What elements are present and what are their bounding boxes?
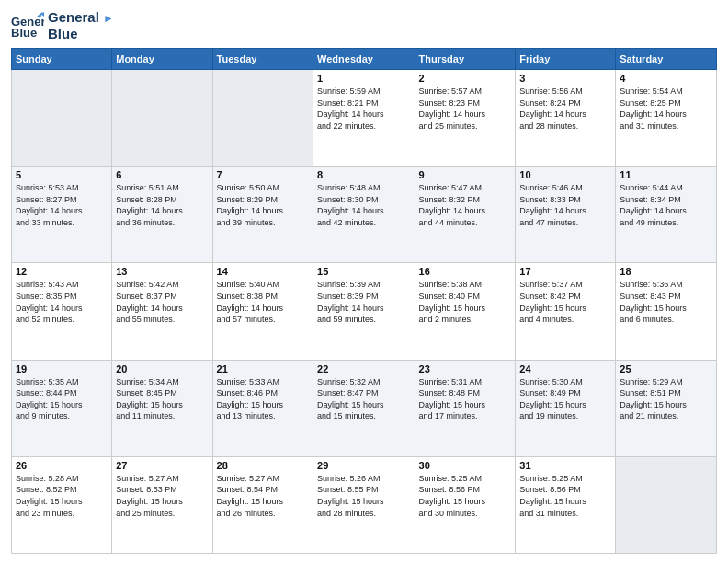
day-info: Sunrise: 5:36 AMSunset: 8:43 PMDaylight:…: [620, 279, 712, 325]
day-number: 5: [16, 169, 108, 180]
day-cell-3-5: 24Sunrise: 5:30 AMSunset: 8:49 PMDayligh…: [516, 360, 616, 456]
day-cell-1-4: 9Sunrise: 5:47 AMSunset: 8:32 PMDaylight…: [415, 167, 516, 263]
day-number: 19: [16, 363, 108, 374]
day-number: 21: [217, 363, 309, 374]
day-number: 11: [620, 169, 712, 180]
day-cell-3-2: 21Sunrise: 5:33 AMSunset: 8:46 PMDayligh…: [212, 360, 313, 456]
day-header-wednesday: Wednesday: [313, 49, 415, 70]
day-cell-1-3: 8Sunrise: 5:48 AMSunset: 8:30 PMDaylight…: [313, 167, 415, 263]
day-info: Sunrise: 5:56 AMSunset: 8:24 PMDaylight:…: [519, 86, 611, 132]
week-row-2: 5Sunrise: 5:53 AMSunset: 8:27 PMDaylight…: [12, 167, 717, 263]
day-number: 26: [16, 460, 108, 471]
day-cell-4-3: 29Sunrise: 5:26 AMSunset: 8:55 PMDayligh…: [313, 456, 415, 553]
day-number: 28: [217, 460, 309, 471]
calendar-header-row: SundayMondayTuesdayWednesdayThursdayFrid…: [12, 49, 717, 70]
day-info: Sunrise: 5:38 AMSunset: 8:40 PMDaylight:…: [419, 279, 512, 325]
logo-general: General ►: [48, 9, 114, 26]
day-cell-4-1: 27Sunrise: 5:27 AMSunset: 8:53 PMDayligh…: [112, 456, 212, 553]
day-info: Sunrise: 5:25 AMSunset: 8:56 PMDaylight:…: [519, 473, 611, 519]
day-info: Sunrise: 5:37 AMSunset: 8:42 PMDaylight:…: [519, 279, 611, 325]
day-header-sunday: Sunday: [12, 49, 112, 70]
day-info: Sunrise: 5:30 AMSunset: 8:49 PMDaylight:…: [519, 376, 611, 422]
day-info: Sunrise: 5:59 AMSunset: 8:21 PMDaylight:…: [317, 86, 410, 132]
day-cell-3-0: 19Sunrise: 5:35 AMSunset: 8:44 PMDayligh…: [12, 360, 112, 456]
day-cell-1-1: 6Sunrise: 5:51 AMSunset: 8:28 PMDaylight…: [112, 167, 212, 263]
day-info: Sunrise: 5:39 AMSunset: 8:39 PMDaylight:…: [317, 279, 410, 325]
day-number: 8: [317, 169, 410, 180]
day-info: Sunrise: 5:44 AMSunset: 8:34 PMDaylight:…: [620, 182, 712, 228]
day-number: 9: [419, 169, 512, 180]
header: General Blue General ► Blue: [11, 9, 717, 42]
day-cell-2-5: 17Sunrise: 5:37 AMSunset: 8:42 PMDayligh…: [516, 263, 616, 360]
day-number: 27: [116, 460, 208, 471]
day-info: Sunrise: 5:53 AMSunset: 8:27 PMDaylight:…: [16, 182, 108, 228]
day-info: Sunrise: 5:34 AMSunset: 8:45 PMDaylight:…: [116, 376, 208, 422]
day-cell-0-3: 1Sunrise: 5:59 AMSunset: 8:21 PMDaylight…: [313, 70, 415, 167]
day-cell-1-6: 11Sunrise: 5:44 AMSunset: 8:34 PMDayligh…: [616, 167, 717, 263]
logo: General Blue General ► Blue: [11, 9, 114, 42]
calendar-table: SundayMondayTuesdayWednesdayThursdayFrid…: [11, 48, 717, 554]
day-cell-3-1: 20Sunrise: 5:34 AMSunset: 8:45 PMDayligh…: [112, 360, 212, 456]
day-cell-0-0: [12, 70, 112, 167]
day-cell-0-5: 3Sunrise: 5:56 AMSunset: 8:24 PMDaylight…: [516, 70, 616, 167]
day-info: Sunrise: 5:54 AMSunset: 8:25 PMDaylight:…: [620, 86, 712, 132]
day-number: 16: [419, 266, 512, 277]
day-info: Sunrise: 5:43 AMSunset: 8:35 PMDaylight:…: [16, 279, 108, 325]
day-cell-0-1: [112, 70, 212, 167]
day-number: 14: [217, 266, 309, 277]
day-number: 15: [317, 266, 410, 277]
day-number: 4: [620, 73, 712, 84]
day-info: Sunrise: 5:26 AMSunset: 8:55 PMDaylight:…: [317, 473, 410, 519]
day-number: 10: [519, 169, 611, 180]
day-cell-3-3: 22Sunrise: 5:32 AMSunset: 8:47 PMDayligh…: [313, 360, 415, 456]
day-info: Sunrise: 5:27 AMSunset: 8:54 PMDaylight:…: [217, 473, 309, 519]
day-header-tuesday: Tuesday: [212, 49, 313, 70]
day-number: 6: [116, 169, 208, 180]
day-number: 12: [16, 266, 108, 277]
day-number: 17: [519, 266, 611, 277]
day-number: 18: [620, 266, 712, 277]
day-cell-4-4: 30Sunrise: 5:25 AMSunset: 8:56 PMDayligh…: [415, 456, 516, 553]
day-cell-4-2: 28Sunrise: 5:27 AMSunset: 8:54 PMDayligh…: [212, 456, 313, 553]
day-cell-1-0: 5Sunrise: 5:53 AMSunset: 8:27 PMDaylight…: [12, 167, 112, 263]
week-row-4: 19Sunrise: 5:35 AMSunset: 8:44 PMDayligh…: [12, 360, 717, 456]
day-info: Sunrise: 5:47 AMSunset: 8:32 PMDaylight:…: [419, 182, 512, 228]
day-number: 2: [419, 73, 512, 84]
day-cell-2-1: 13Sunrise: 5:42 AMSunset: 8:37 PMDayligh…: [112, 263, 212, 360]
day-header-thursday: Thursday: [415, 49, 516, 70]
day-cell-0-6: 4Sunrise: 5:54 AMSunset: 8:25 PMDaylight…: [616, 70, 717, 167]
day-number: 31: [519, 460, 611, 471]
day-info: Sunrise: 5:35 AMSunset: 8:44 PMDaylight:…: [16, 376, 108, 422]
svg-text:Blue: Blue: [11, 26, 37, 40]
day-info: Sunrise: 5:57 AMSunset: 8:23 PMDaylight:…: [419, 86, 512, 132]
page: General Blue General ► Blue SundayMonday…: [0, 0, 728, 563]
day-cell-3-4: 23Sunrise: 5:31 AMSunset: 8:48 PMDayligh…: [415, 360, 516, 456]
day-number: 3: [519, 73, 611, 84]
week-row-3: 12Sunrise: 5:43 AMSunset: 8:35 PMDayligh…: [12, 263, 717, 360]
day-info: Sunrise: 5:31 AMSunset: 8:48 PMDaylight:…: [419, 376, 512, 422]
day-number: 7: [217, 169, 309, 180]
day-number: 13: [116, 266, 208, 277]
day-info: Sunrise: 5:28 AMSunset: 8:52 PMDaylight:…: [16, 473, 108, 519]
day-number: 24: [519, 363, 611, 374]
day-info: Sunrise: 5:27 AMSunset: 8:53 PMDaylight:…: [116, 473, 208, 519]
day-cell-1-2: 7Sunrise: 5:50 AMSunset: 8:29 PMDaylight…: [212, 167, 313, 263]
day-cell-4-6: [616, 456, 717, 553]
day-cell-2-6: 18Sunrise: 5:36 AMSunset: 8:43 PMDayligh…: [616, 263, 717, 360]
day-cell-2-2: 14Sunrise: 5:40 AMSunset: 8:38 PMDayligh…: [212, 263, 313, 360]
day-header-saturday: Saturday: [616, 49, 717, 70]
day-cell-0-4: 2Sunrise: 5:57 AMSunset: 8:23 PMDaylight…: [415, 70, 516, 167]
logo-icon: General Blue: [11, 9, 44, 42]
day-info: Sunrise: 5:48 AMSunset: 8:30 PMDaylight:…: [317, 182, 410, 228]
week-row-1: 1Sunrise: 5:59 AMSunset: 8:21 PMDaylight…: [12, 70, 717, 167]
day-info: Sunrise: 5:32 AMSunset: 8:47 PMDaylight:…: [317, 376, 410, 422]
day-info: Sunrise: 5:33 AMSunset: 8:46 PMDaylight:…: [217, 376, 309, 422]
day-info: Sunrise: 5:46 AMSunset: 8:33 PMDaylight:…: [519, 182, 611, 228]
day-info: Sunrise: 5:51 AMSunset: 8:28 PMDaylight:…: [116, 182, 208, 228]
day-number: 30: [419, 460, 512, 471]
day-cell-3-6: 25Sunrise: 5:29 AMSunset: 8:51 PMDayligh…: [616, 360, 717, 456]
day-number: 25: [620, 363, 712, 374]
day-header-monday: Monday: [112, 49, 212, 70]
day-cell-1-5: 10Sunrise: 5:46 AMSunset: 8:33 PMDayligh…: [516, 167, 616, 263]
day-info: Sunrise: 5:50 AMSunset: 8:29 PMDaylight:…: [217, 182, 309, 228]
